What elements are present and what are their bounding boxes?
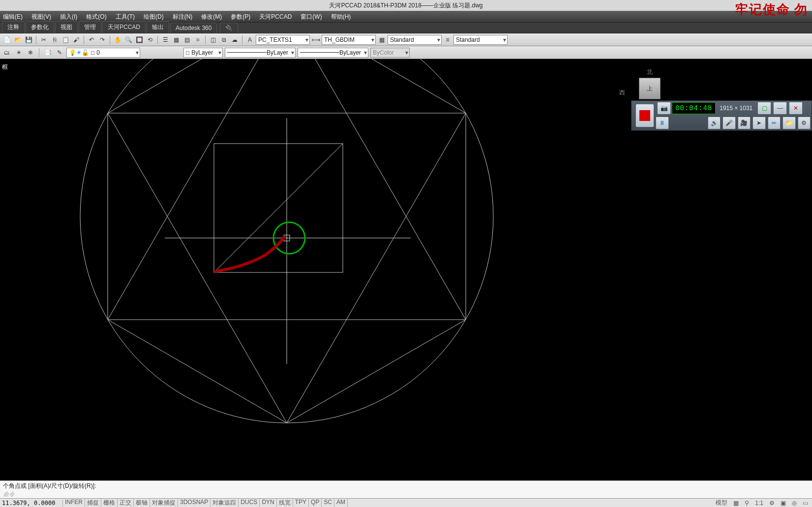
toggle-3dosnap[interactable]: 3DOSNAP — [178, 499, 211, 507]
dimstyle-icon[interactable]: ⟼ — [311, 35, 321, 45]
layerprops-icon[interactable]: 🗂 — [2, 48, 12, 58]
menu-param[interactable]: 参数(P) — [231, 13, 250, 21]
toggle-sc[interactable]: SC — [322, 499, 334, 507]
pan-icon[interactable]: ✋ — [113, 35, 122, 45]
draw-icon[interactable]: ✏ — [768, 117, 781, 129]
paste-icon[interactable]: 📋 — [60, 35, 70, 45]
sheetset-icon[interactable]: ▦ — [171, 35, 181, 45]
menu-window[interactable]: 窗口(W) — [301, 13, 322, 21]
textstyle-icon[interactable]: A — [245, 35, 255, 45]
status-isolate-icon[interactable]: ◎ — [790, 500, 799, 507]
menu-view[interactable]: 视图(V) — [31, 13, 51, 21]
tab-manage[interactable]: 管理 — [79, 21, 101, 33]
cut-icon[interactable]: ✂ — [39, 35, 49, 45]
zoom-previous-icon[interactable]: ⟲ — [145, 35, 155, 45]
layerfreeze-icon[interactable]: ❄ — [26, 48, 35, 58]
layerstate-icon[interactable]: ☀ — [14, 48, 24, 58]
lineweight-combo[interactable]: ByLayer — [298, 48, 368, 58]
properties-icon[interactable]: ☰ — [160, 35, 170, 45]
layermatch-icon[interactable]: ✎ — [55, 48, 64, 58]
toggle-dyn[interactable]: DYN — [260, 499, 276, 507]
close-icon[interactable]: ✕ — [789, 102, 803, 115]
menu-help[interactable]: 帮助(H) — [331, 13, 351, 21]
layer-combo[interactable]: 💡☀🔓 □0 — [66, 48, 140, 58]
status-gear-icon[interactable]: ⚙ — [767, 500, 777, 507]
menu-modify[interactable]: 修改(M) — [201, 13, 222, 21]
mlstyle-combo[interactable]: Standard — [453, 35, 508, 45]
new-icon[interactable]: 📄 — [2, 35, 12, 45]
view-label: 框 — [2, 63, 8, 71]
color-combo[interactable]: □ByLayer — [183, 48, 223, 58]
toggle-osnap[interactable]: 对象捕捉 — [150, 499, 178, 507]
open-icon[interactable]: 📂 — [13, 35, 23, 45]
save-icon[interactable]: 💾 — [24, 35, 33, 45]
menu-tools[interactable]: 工具(T) — [116, 13, 135, 21]
tab-annotate[interactable]: 注释 — [2, 21, 25, 33]
toolpalette-icon[interactable]: ▤ — [182, 35, 192, 45]
command-line[interactable]: 个角点或 [面积(A)/尺寸(D)/旋转(R)]: — [0, 480, 812, 490]
pause-icon[interactable]: ⏸ — [656, 117, 668, 129]
status-layout-icon[interactable]: ▦ — [731, 500, 741, 507]
mic-icon[interactable]: 🎤 — [722, 117, 735, 129]
menu-pccad[interactable]: 天河PCCAD — [259, 13, 292, 21]
camera-icon[interactable]: 📷 — [657, 102, 671, 115]
tab-output[interactable]: 输出 — [147, 21, 169, 33]
tab-pccad[interactable]: 天河PCCAD — [102, 21, 146, 33]
viewcube-west[interactable]: 西 — [619, 89, 625, 97]
redo-icon[interactable]: ↷ — [97, 35, 107, 45]
menu-insert[interactable]: 插入(I) — [60, 13, 77, 21]
watermark-text: 牢记使命 勿 — [735, 1, 809, 18]
toggle-otrack[interactable]: 对象追踪 — [211, 499, 239, 507]
cloud-icon[interactable]: ☁ — [230, 35, 240, 45]
mlstyle-icon[interactable]: ≡ — [443, 35, 452, 45]
menu-format[interactable]: 格式(O) — [86, 13, 106, 21]
tab-autodesk360[interactable]: Autodesk 360 — [170, 23, 217, 33]
toggle-grid[interactable]: 栅格 — [101, 499, 118, 507]
ribbon-tabs: 注释 参数化 视图 管理 天河PCCAD 输出 Autodesk 360 🔌 — [0, 23, 812, 33]
layermgr-icon[interactable]: 📑 — [43, 48, 53, 58]
webcam-icon[interactable]: 🎥 — [738, 117, 751, 129]
settings-icon[interactable]: ⚙ — [798, 117, 811, 129]
toggle-tpy[interactable]: TPY — [293, 499, 309, 507]
record-stop-button[interactable] — [635, 104, 654, 127]
dimstyle-combo[interactable]: TH_GBDIM — [322, 35, 376, 45]
viewcube-north[interactable]: 北 — [647, 68, 653, 76]
textstyle-combo[interactable]: PC_TEXTS1 — [256, 35, 310, 45]
toggle-am[interactable]: AM — [334, 499, 348, 507]
viewcube-top[interactable]: 上 — [639, 78, 661, 99]
undo-icon[interactable]: ↶ — [87, 35, 96, 45]
menu-edit[interactable]: 编辑(E) — [3, 13, 23, 21]
cursor-icon[interactable]: ➤ — [752, 117, 765, 129]
tab-parametric[interactable]: 参数化 — [26, 21, 54, 33]
tablestyle-combo[interactable]: Standard — [388, 35, 442, 45]
copy-icon[interactable]: ⎘ — [50, 35, 60, 45]
fullscreen-icon[interactable]: ▢ — [757, 102, 771, 115]
toggle-qp[interactable]: QP — [309, 499, 322, 507]
calc-icon[interactable]: ⌗ — [193, 35, 203, 45]
sound-icon[interactable]: 🔊 — [708, 117, 721, 129]
menu-dim[interactable]: 标注(N) — [173, 13, 193, 21]
toggle-polar[interactable]: 极轴 — [134, 499, 150, 507]
plugin-icon[interactable]: 🔌 — [220, 23, 238, 33]
toggle-ortho[interactable]: 正交 — [118, 499, 134, 507]
toggle-ducs[interactable]: DUCS — [239, 499, 260, 507]
status-max-icon[interactable]: ▣ — [779, 500, 788, 507]
status-model[interactable]: 模型 — [714, 499, 729, 507]
matchprop-icon[interactable]: 🖌 — [71, 35, 81, 45]
tablestyle-icon[interactable]: ▦ — [377, 35, 387, 45]
tab-view[interactable]: 视图 — [55, 21, 78, 33]
zoom-window-icon[interactable]: 🔲 — [134, 35, 144, 45]
linetype-combo[interactable]: ByLayer — [225, 48, 296, 58]
status-scale[interactable]: 1:1 — [753, 500, 765, 507]
folder-icon[interactable]: 📁 — [782, 117, 795, 129]
toggle-snap[interactable]: 捕捉 — [85, 499, 101, 507]
status-annoscale-icon[interactable]: ⚲ — [743, 500, 751, 507]
xref-icon[interactable]: ⧉ — [219, 35, 229, 45]
minimize-icon[interactable]: — — [773, 102, 787, 115]
toggle-infer[interactable]: INFER — [63, 499, 85, 507]
status-clean-icon[interactable]: ▭ — [801, 500, 810, 507]
menu-draw[interactable]: 绘图(D) — [144, 13, 164, 21]
block-icon[interactable]: ◫ — [208, 35, 218, 45]
zoom-realtime-icon[interactable]: 🔍 — [123, 35, 133, 45]
toggle-lwt[interactable]: 线宽 — [277, 499, 293, 507]
